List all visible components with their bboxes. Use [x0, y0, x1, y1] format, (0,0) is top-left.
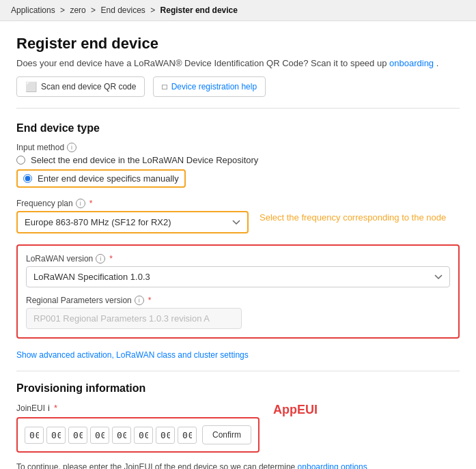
frequency-required-star: *: [89, 199, 93, 208]
help-icon: □: [162, 82, 167, 91]
frequency-info-icon[interactable]: i: [76, 199, 85, 208]
join-eui-byte-5[interactable]: [112, 427, 131, 444]
frequency-plan-select[interactable]: Europe 863-870 MHz (SF12 for RX2)US 902-…: [16, 211, 249, 233]
regional-params-field: Regional Parameters version i * RP001 Re…: [26, 296, 450, 329]
input-method-label: Input method i: [16, 143, 460, 152]
breadcrumb: Applications > zero > End devices > Regi…: [0, 0, 476, 21]
qr-icon: ⬜: [25, 81, 37, 92]
help-link[interactable]: Device registration help: [171, 82, 257, 91]
end-device-type-title: End device type: [16, 122, 460, 134]
onboarding-options-link[interactable]: onboarding options: [298, 462, 367, 469]
join-eui-label: JoinEUI: [16, 403, 45, 413]
device-registration-help-button[interactable]: □ Device registration help: [153, 76, 266, 97]
join-eui-label-row: JoinEUI i *: [16, 403, 260, 413]
join-eui-required-star: *: [54, 403, 57, 413]
join-eui-byte-8[interactable]: [178, 427, 197, 444]
regional-params-info-icon[interactable]: i: [135, 296, 144, 305]
provisioning-title: Provisioning information: [16, 382, 460, 395]
breadcrumb-sep-3: >: [150, 5, 155, 15]
confirm-button[interactable]: Confirm: [202, 425, 251, 444]
regional-params-label: Regional Parameters version i *: [26, 296, 450, 305]
lorawan-version-field: LoRaWAN version i * LoRaWAN Specificatio…: [26, 254, 450, 287]
breadcrumb-current: Register end device: [160, 5, 238, 15]
radio-option-repo[interactable]: Select the end device in the LoRaWAN Dev…: [16, 155, 460, 165]
radio-manual[interactable]: [23, 174, 32, 183]
breadcrumb-sep-2: >: [91, 5, 96, 15]
scan-qr-button[interactable]: ⬜ Scan end device QR code: [16, 76, 145, 97]
join-eui-byte-4[interactable]: [90, 427, 109, 444]
page-title: Register end device: [16, 35, 460, 53]
input-method-radio-group: Select the end device in the LoRaWAN Dev…: [16, 155, 460, 188]
join-eui-hex-inputs: [25, 427, 197, 444]
join-eui-help-text: To continue, please enter the JoinEUI of…: [16, 462, 460, 469]
app-eui-badge: AppEUI: [273, 403, 318, 417]
advanced-settings-link[interactable]: Show advanced activation, LoRaWAN class …: [16, 350, 249, 360]
join-eui-info-icon[interactable]: i: [48, 403, 50, 413]
radio-repo[interactable]: [16, 156, 25, 165]
end-device-type-section: End device type Input method i Select th…: [16, 122, 460, 188]
regional-params-required-star: *: [148, 296, 152, 305]
provisioning-section: Provisioning information JoinEUI i *: [16, 382, 460, 469]
lorawan-version-select[interactable]: LoRaWAN Specification 1.0.3LoRaWAN Speci…: [26, 266, 450, 287]
lorawan-version-label: LoRaWAN version i *: [26, 254, 450, 264]
regional-params-select[interactable]: RP001 Regional Parameters 1.0.3 revision…: [26, 308, 242, 329]
action-bar: ⬜ Scan end device QR code □ Device regis…: [16, 76, 460, 109]
breadcrumb-applications[interactable]: Applications: [11, 5, 55, 15]
join-eui-section: Confirm: [16, 417, 260, 453]
join-eui-byte-3[interactable]: [68, 427, 87, 444]
join-eui-byte-1[interactable]: [25, 427, 44, 444]
join-eui-byte-7[interactable]: [156, 427, 175, 444]
frequency-hint: Select the frequency corresponding to th…: [260, 199, 460, 223]
frequency-plan-label: Frequency plan i *: [16, 199, 249, 208]
breadcrumb-end-devices[interactable]: End devices: [100, 5, 145, 15]
lorawan-version-required-star: *: [109, 254, 113, 264]
lorawan-section: LoRaWAN version i * LoRaWAN Specificatio…: [16, 244, 460, 339]
page-subtitle: Does your end device have a LoRaWAN® Dev…: [16, 58, 460, 68]
section-divider: [16, 371, 460, 371]
join-eui-byte-6[interactable]: [134, 427, 153, 444]
breadcrumb-sep-1: >: [60, 5, 65, 15]
join-eui-byte-2[interactable]: [46, 427, 66, 444]
onboarding-link[interactable]: onboarding: [389, 58, 434, 68]
radio-option-manual[interactable]: Enter end device specifics manually: [16, 169, 460, 188]
lorawan-version-info-icon[interactable]: i: [96, 254, 105, 264]
input-method-info-icon[interactable]: i: [67, 143, 76, 152]
frequency-plan-section: Frequency plan i * Europe 863-870 MHz (S…: [16, 199, 460, 233]
breadcrumb-zero[interactable]: zero: [70, 5, 85, 15]
